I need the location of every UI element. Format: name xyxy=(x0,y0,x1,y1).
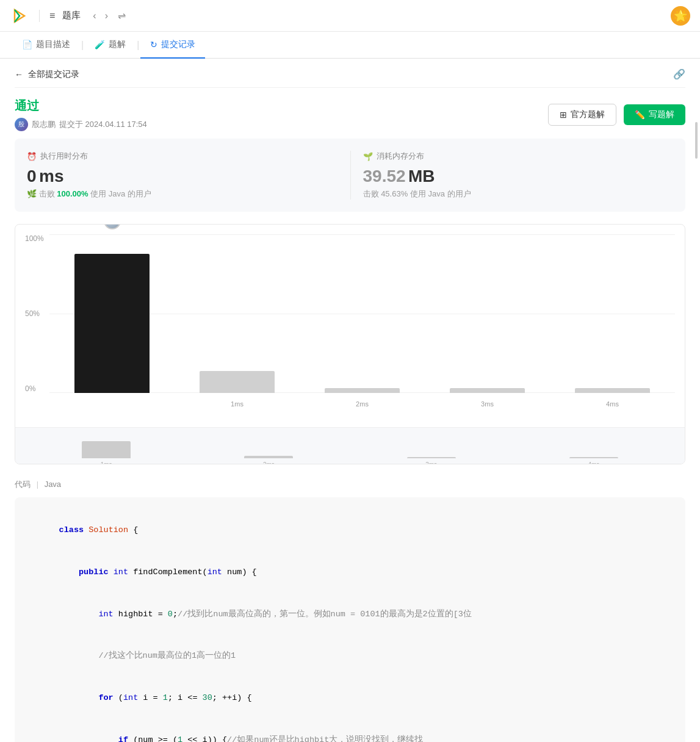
tab-submissions[interactable]: ↻ 提交记录 xyxy=(140,32,205,59)
bar-group-3ms: 3ms xyxy=(425,234,550,393)
execution-stat: ⏰ 执行用时分布 0 ms 🌿 击败 100.00% 使用 Java 的用户 xyxy=(27,151,350,200)
minimap-bar[interactable]: 1ms 2ms 3ms 4ms xyxy=(15,427,685,464)
minimap-label-3ms: 3ms xyxy=(425,461,437,465)
minimap-fill-1 xyxy=(244,456,293,458)
action-buttons: ⊞ 官方题解 ✏️ 写题解 xyxy=(548,104,685,126)
y-label-100: 100% xyxy=(25,234,44,243)
chart-inner: 100% 50% 0% xyxy=(15,225,685,417)
tab-solution[interactable]: 🧪 题解 xyxy=(85,32,135,59)
bar-1ms xyxy=(200,371,275,393)
code-line-5: for (int i = 1; i <= 30; ++i) { xyxy=(29,677,671,719)
status-badge: 通过 xyxy=(15,98,147,114)
bar-2ms xyxy=(325,388,400,393)
write-solution-button[interactable]: ✏️ 写题解 xyxy=(624,104,685,125)
nav-divider xyxy=(39,10,40,22)
memory-desc: 击败 45.63% 使用 Java 的用户 xyxy=(363,189,674,200)
shuffle-icon[interactable]: ⇌ xyxy=(118,10,126,21)
code-line-1: class Solution { xyxy=(29,510,671,552)
execution-desc: 🌿 击败 100.00% 使用 Java 的用户 xyxy=(27,189,338,200)
minimap-fill-0 xyxy=(82,441,131,458)
code-line-3: int highbit = 0;//找到比num最高位高的，第一位。例如num … xyxy=(29,594,671,636)
scroll-indicator[interactable] xyxy=(695,122,698,159)
breadcrumb-text: 全部提交记录 xyxy=(28,69,79,80)
submission-header: 通过 殷 殷志鹏 提交于 2024.04.11 17:54 ⊞ 官方题解 ✏️ … xyxy=(15,88,685,139)
tab-description[interactable]: 📄 题目描述 xyxy=(12,32,80,59)
code-header: 代码 | Java xyxy=(15,477,685,490)
y-label-50: 50% xyxy=(25,309,44,318)
nav-arrows: ‹ › xyxy=(90,9,110,23)
bar-group-0ms xyxy=(49,234,175,393)
author-avatar: 殷 xyxy=(15,118,28,131)
solution-icon: 🧪 xyxy=(95,40,105,49)
share-icon[interactable]: 🔗 xyxy=(673,68,685,80)
bar-group-2ms: 2ms xyxy=(300,234,425,393)
tooltip-bubble xyxy=(104,224,121,229)
user-avatar[interactable]: 🌟 xyxy=(671,6,690,26)
bar-4ms xyxy=(575,388,650,393)
minimap-label-2ms: 2ms xyxy=(263,461,275,465)
minimap-label-1ms: 1ms xyxy=(101,461,112,465)
bar-group-1ms: 1ms xyxy=(175,234,300,393)
y-label-0: 0% xyxy=(25,384,44,393)
author-row: 殷 殷志鹏 提交于 2024.04.11 17:54 xyxy=(15,118,147,131)
clock-icon: ⏰ xyxy=(27,152,37,161)
memory-icon: 🌱 xyxy=(363,152,373,161)
top-nav: ≡ 题库 ‹ › ⇌ 🌟 xyxy=(0,0,700,32)
bar-label-4ms: 4ms xyxy=(606,400,619,408)
minimap-group-0: 1ms xyxy=(25,434,187,458)
next-arrow[interactable]: › xyxy=(103,9,110,23)
minimap-fill-2 xyxy=(407,457,456,458)
tab-bar: 📄 题目描述 | 🧪 题解 | ↻ 提交记录 xyxy=(0,32,700,59)
code-sep: | xyxy=(37,480,38,489)
code-line-4: //找这个比num最高位的1高一位的1 xyxy=(29,635,671,677)
description-icon: 📄 xyxy=(22,40,32,49)
menu-icon[interactable]: ≡ xyxy=(49,10,55,21)
bar-label-1ms: 1ms xyxy=(231,400,244,408)
back-button[interactable]: ← xyxy=(15,70,23,79)
logo-icon[interactable] xyxy=(10,6,29,26)
memory-stat: 🌱 消耗内存分布 39.52 MB 击败 45.63% 使用 Java 的用户 xyxy=(350,151,674,200)
chart-y-labels: 100% 50% 0% xyxy=(25,234,44,393)
minimap-label-4ms: 4ms xyxy=(588,461,599,465)
chart-container: 100% 50% 0% xyxy=(15,224,685,464)
official-solution-icon: ⊞ xyxy=(560,110,567,120)
submissions-icon: ↻ xyxy=(150,40,157,49)
nav-title: 题库 xyxy=(62,10,81,21)
prev-arrow[interactable]: ‹ xyxy=(90,9,98,23)
chart-area: 100% 50% 0% xyxy=(25,234,675,393)
code-line-6: if (num >= (1 << i)) {//如果num还是比highbit大… xyxy=(29,719,671,742)
memory-value: 39.52 MB xyxy=(363,167,674,186)
main-content: ← 全部提交记录 🔗 通过 殷 殷志鹏 提交于 2024.04.11 17:54… xyxy=(0,59,700,742)
execution-value: 0 ms xyxy=(27,167,338,186)
execution-label: ⏰ 执行用时分布 xyxy=(27,151,338,162)
official-solution-button[interactable]: ⊞ 官方题解 xyxy=(548,104,616,126)
breadcrumb: ← 全部提交记录 xyxy=(15,69,79,80)
stats-card: ⏰ 执行用时分布 0 ms 🌿 击败 100.00% 使用 Java 的用户 🌱… xyxy=(15,139,685,212)
chart-bars: 1ms 2ms 3ms 4ms xyxy=(49,234,675,393)
minimap-group-1: 2ms xyxy=(187,434,350,458)
wave-icon: 🌿 xyxy=(27,189,37,198)
submission-info: 通过 殷 殷志鹏 提交于 2024.04.11 17:54 xyxy=(15,98,147,131)
code-line-2: public int findComplement(int num) { xyxy=(29,552,671,594)
bar-label-2ms: 2ms xyxy=(356,400,369,408)
code-block: class Solution { public int findCompleme… xyxy=(15,497,685,742)
tab-sep-2: | xyxy=(137,40,139,51)
bar-0ms xyxy=(74,254,150,393)
bar-label-3ms: 3ms xyxy=(481,400,494,408)
submission-time: 提交于 2024.04.11 17:54 xyxy=(59,119,147,130)
breadcrumb-row: ← 全部提交记录 🔗 xyxy=(15,59,685,88)
minimap-fill-3 xyxy=(569,457,618,458)
write-icon: ✏️ xyxy=(635,110,645,120)
minimap-group-2: 3ms xyxy=(350,434,513,458)
bar-tooltip xyxy=(104,224,121,229)
tab-sep-1: | xyxy=(81,40,84,51)
author-name: 殷志鹏 xyxy=(32,119,56,130)
minimap-group-3: 4ms xyxy=(513,434,675,458)
memory-label: 🌱 消耗内存分布 xyxy=(363,151,674,162)
bar-3ms xyxy=(450,388,525,393)
bar-group-4ms: 4ms xyxy=(550,234,675,393)
